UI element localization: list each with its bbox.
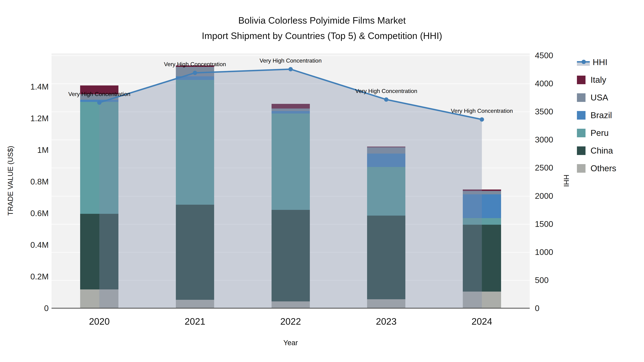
legend-swatch-icon <box>577 93 586 102</box>
y-right-tick-500: 500 <box>535 275 549 285</box>
y-right-tick-3500: 3500 <box>535 107 553 116</box>
x-tick-2020: 2020 <box>89 316 110 327</box>
annotation-2020: Very High Concentration <box>68 91 130 97</box>
hhi-marker-2023 <box>384 97 388 102</box>
y-right-tick-4000: 4000 <box>535 79 553 88</box>
x-tick-2021: 2021 <box>184 316 205 327</box>
y-left-tick-0.4M: 0.4M <box>11 240 49 250</box>
hhi-area <box>99 69 482 308</box>
legend-swatch-icon <box>577 111 586 120</box>
legend-label: China <box>590 146 613 156</box>
annotation-2021: Very High Concentration <box>164 61 226 67</box>
annotation-2022: Very High Concentration <box>260 57 322 64</box>
x-tick-2023: 2023 <box>376 316 396 327</box>
legend-item-usa[interactable]: USA <box>577 93 616 102</box>
legend-swatch-icon <box>577 76 586 84</box>
x-axis-title: Year <box>283 339 298 347</box>
hhi-marker-2021 <box>193 71 197 75</box>
y2-axis-title: HHI <box>562 175 570 187</box>
x-tick-2022: 2022 <box>280 316 301 327</box>
legend-swatch-icon <box>577 164 586 173</box>
y-right-tick-1500: 1500 <box>535 219 553 229</box>
legend-item-peru[interactable]: Peru <box>577 128 616 138</box>
hhi-line-swatch-icon <box>577 57 590 67</box>
figure: Bolivia Colorless Polyimide Films Market… <box>0 0 644 362</box>
annotation-2024: Very High Concentration <box>451 108 513 114</box>
y-right-tick-0: 0 <box>535 303 540 313</box>
y-left-tick-0: 0 <box>11 303 49 313</box>
hhi-marker-2022 <box>288 67 293 71</box>
legend-item-others[interactable]: Others <box>577 163 616 173</box>
legend-label: USA <box>590 93 608 102</box>
y-right-tick-4500: 4500 <box>535 51 553 60</box>
y-axis-title: TRADE VALUE (US$) <box>6 146 14 216</box>
y-right-tick-1000: 1000 <box>535 247 553 257</box>
legend-label: Peru <box>590 128 608 138</box>
hhi-marker-2020 <box>97 100 102 105</box>
legend-swatch-icon <box>577 129 586 137</box>
y-left-tick-0.8M: 0.8M <box>11 177 49 186</box>
legend-label: HHI <box>593 57 608 67</box>
y-right-tick-3000: 3000 <box>535 135 553 144</box>
y-right-tick-2000: 2000 <box>535 191 553 201</box>
y-left-tick-1M: 1M <box>11 145 49 155</box>
y-left-tick-1.4M: 1.4M <box>11 82 49 91</box>
legend-item-hhi[interactable]: HHI <box>577 57 616 67</box>
legend-label: Brazil <box>590 110 612 120</box>
y-left-tick-0.6M: 0.6M <box>11 208 49 218</box>
y-left-tick-1.2M: 1.2M <box>11 113 49 123</box>
y-right-tick-2500: 2500 <box>535 163 553 173</box>
y-left-tick-0.2M: 0.2M <box>11 272 49 281</box>
hhi-marker-2024 <box>480 117 484 122</box>
legend-label: Others <box>590 163 616 173</box>
legend-item-italy[interactable]: Italy <box>577 75 616 85</box>
legend: HHIItalyUSABrazilPeruChinaOthers <box>577 57 616 181</box>
legend-item-china[interactable]: China <box>577 146 616 156</box>
legend-swatch-icon <box>577 146 586 155</box>
legend-label: Italy <box>590 75 606 85</box>
x-tick-2024: 2024 <box>472 316 492 327</box>
annotation-2023: Very High Concentration <box>355 88 417 94</box>
legend-item-brazil[interactable]: Brazil <box>577 110 616 120</box>
